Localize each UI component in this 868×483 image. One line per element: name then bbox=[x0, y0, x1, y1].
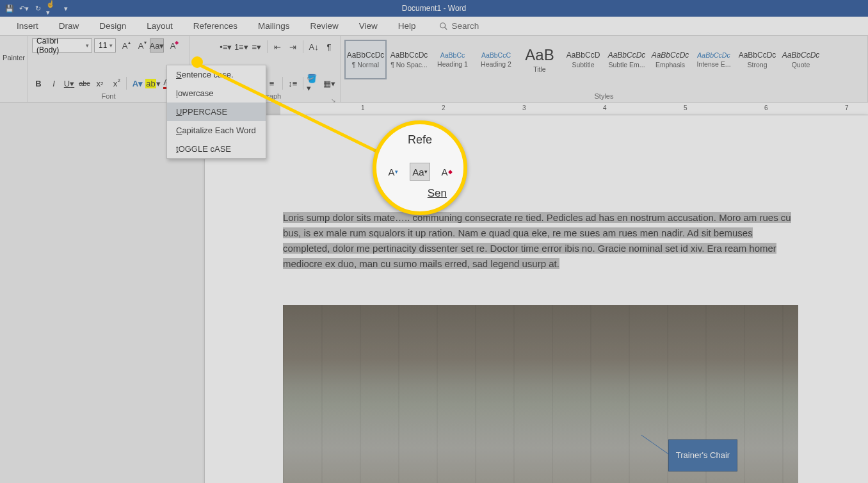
ribbon: Painter Calibri (Body) 11 A▴ A▾ Aa▾ A◆ B… bbox=[0, 36, 868, 102]
change-case-menu: Sentence case.lowercaseUPPERCASECapitali… bbox=[166, 65, 266, 159]
tab-insert[interactable]: Insert bbox=[6, 17, 49, 35]
quick-access-toolbar: 💾 ↶▾ ↻ ☝▾ ▾ bbox=[0, 3, 76, 14]
horizontal-ruler[interactable]: 1234567 bbox=[205, 102, 868, 115]
tab-mailings[interactable]: Mailings bbox=[248, 17, 300, 35]
clear-formatting-icon[interactable]: A◆ bbox=[166, 38, 180, 53]
group-clipboard: Painter bbox=[0, 36, 28, 102]
save-icon[interactable]: 💾 bbox=[4, 3, 15, 14]
case-menu-lowercase[interactable]: lowercase bbox=[167, 84, 266, 102]
body-paragraph[interactable]: Loris sump dolor sits mate….. communing … bbox=[283, 210, 795, 272]
tab-draw[interactable]: Draw bbox=[49, 17, 90, 35]
customize-qat-icon[interactable]: ▾ bbox=[60, 3, 72, 14]
show-marks-icon[interactable]: ¶ bbox=[322, 40, 336, 54]
tell-me-search[interactable]: Search bbox=[439, 21, 479, 31]
justify-icon[interactable]: ≡ bbox=[265, 76, 279, 90]
zoom-clear-icon: A◆ bbox=[437, 163, 457, 181]
zoom-change-case-icon: Aa▾ bbox=[410, 163, 430, 181]
search-icon bbox=[439, 22, 448, 31]
style-tile--normal[interactable]: AaBbCcDc¶ Normal bbox=[344, 40, 387, 79]
svg-point-0 bbox=[440, 22, 445, 28]
style-tile-strong[interactable]: AaBbCcDcStrong bbox=[736, 40, 778, 79]
italic-button[interactable]: I bbox=[47, 76, 60, 90]
case-menu-toggle-case[interactable]: tOGGLE cASE bbox=[167, 140, 266, 158]
font-name-combo[interactable]: Calibri (Body) bbox=[32, 38, 92, 53]
case-menu-capitalize-each-word[interactable]: Capitalize Each Word bbox=[167, 121, 266, 140]
callout-box[interactable]: Trainer's Chair bbox=[668, 439, 737, 471]
ruler-mark-3: 3 bbox=[522, 104, 526, 111]
highlight-button[interactable]: ab▾ bbox=[147, 76, 159, 90]
format-painter-label[interactable]: Painter bbox=[0, 54, 28, 61]
styles-group-label: Styles bbox=[341, 92, 867, 100]
change-case-button[interactable]: Aa▾ bbox=[150, 38, 164, 53]
decrease-indent-icon[interactable]: ⇤ bbox=[271, 40, 285, 54]
touch-icon[interactable]: ☝▾ bbox=[46, 3, 58, 14]
shading-icon[interactable]: 🪣▾ bbox=[307, 76, 321, 90]
group-styles: AaBbCcDc¶ NormalAaBbCcDc¶ No Spac...AaBb… bbox=[341, 36, 868, 102]
bold-button[interactable]: B bbox=[32, 76, 45, 90]
increase-indent-icon[interactable]: ⇥ bbox=[285, 40, 300, 54]
undo-icon[interactable]: ↶▾ bbox=[18, 3, 29, 14]
superscript-button[interactable]: x2 bbox=[109, 76, 122, 90]
shrink-font-icon[interactable]: A▾ bbox=[134, 38, 148, 53]
ruler-mark-4: 4 bbox=[603, 104, 607, 111]
tab-layout[interactable]: Layout bbox=[136, 17, 183, 35]
svg-line-1 bbox=[444, 27, 447, 29]
zoom-fragment-top: Refe bbox=[408, 133, 432, 147]
document-area: 1234567 Loris sump dolor sits mate….. co… bbox=[205, 102, 868, 483]
style-tile-quote[interactable]: AaBbCcDcQuote bbox=[780, 40, 822, 79]
ruler-mark-1: 1 bbox=[361, 104, 365, 111]
style-tile-subtitle[interactable]: AaBbCcDSubtitle bbox=[562, 40, 604, 79]
inserted-image[interactable]: Trainer's Chair bbox=[283, 305, 798, 483]
group-font: Calibri (Body) 11 A▴ A▾ Aa▾ A◆ B I U▾ ab… bbox=[28, 36, 189, 102]
numbering-icon[interactable]: 1≡▾ bbox=[234, 40, 248, 54]
borders-icon[interactable]: ▦▾ bbox=[322, 76, 336, 90]
ruler-mark-2: 2 bbox=[442, 104, 446, 111]
window-title: Document1 - Word bbox=[0, 4, 868, 13]
text-effects-button[interactable]: A▾ bbox=[131, 76, 144, 90]
title-bar: 💾 ↶▾ ↻ ☝▾ ▾ Document1 - Word bbox=[0, 0, 868, 17]
paragraph-dialog-launcher-icon[interactable] bbox=[331, 94, 337, 100]
font-group-label: Font bbox=[28, 92, 189, 100]
tab-review[interactable]: Review bbox=[300, 17, 348, 35]
tab-help[interactable]: Help bbox=[388, 17, 426, 35]
grow-font-icon[interactable]: A▴ bbox=[118, 38, 132, 53]
tab-references[interactable]: References bbox=[183, 17, 248, 35]
ribbon-tabs: Insert Draw Design Layout References Mai… bbox=[0, 17, 868, 36]
annotation-zoom-circle: Refe A▾ Aa▾ A◆ Sen bbox=[373, 120, 467, 215]
multilevel-icon[interactable]: ≡▾ bbox=[250, 40, 264, 54]
style-tile-subtle-em-[interactable]: AaBbCcDcSubtle Em... bbox=[606, 40, 648, 79]
font-size-combo[interactable]: 11 bbox=[94, 38, 116, 53]
style-tile-heading-2[interactable]: AaBbCcCHeading 2 bbox=[475, 40, 517, 79]
case-menu-uppercase[interactable]: UPPERCASE bbox=[167, 102, 266, 121]
tab-design[interactable]: Design bbox=[89, 17, 136, 35]
sort-icon[interactable]: A↓ bbox=[307, 40, 321, 54]
ruler-mark-7: 7 bbox=[845, 104, 849, 111]
annotation-dot bbox=[191, 56, 203, 68]
strikethrough-button[interactable]: abc bbox=[78, 76, 91, 90]
ruler-mark-5: 5 bbox=[684, 104, 687, 111]
subscript-button[interactable]: x2 bbox=[93, 76, 106, 90]
ruler-mark-6: 6 bbox=[764, 104, 768, 111]
underline-button[interactable]: U▾ bbox=[63, 76, 76, 90]
bullets-icon[interactable]: •≡▾ bbox=[219, 40, 233, 54]
style-tile-emphasis[interactable]: AaBbCcDcEmphasis bbox=[649, 40, 691, 79]
style-tile-intense-e-[interactable]: AaBbCcDcIntense E... bbox=[693, 40, 735, 79]
style-tile-title[interactable]: AaBTitle bbox=[518, 40, 561, 79]
zoom-fragment-bottom: Sen bbox=[428, 187, 447, 200]
page[interactable]: Loris sump dolor sits mate….. communing … bbox=[205, 115, 868, 483]
style-tile--no-spac-[interactable]: AaBbCcDc¶ No Spac... bbox=[388, 40, 430, 79]
redo-icon[interactable]: ↻ bbox=[32, 3, 44, 14]
tab-view[interactable]: View bbox=[349, 17, 388, 35]
zoom-shrink-icon: A▾ bbox=[383, 163, 403, 181]
search-placeholder: Search bbox=[452, 21, 479, 31]
navigation-pane[interactable] bbox=[0, 102, 205, 483]
line-spacing-icon[interactable]: ↕≡ bbox=[285, 76, 300, 90]
selected-text[interactable]: Loris sump dolor sits mate….. communing … bbox=[283, 212, 791, 269]
style-tile-heading-1[interactable]: AaBbCcHeading 1 bbox=[431, 40, 474, 79]
